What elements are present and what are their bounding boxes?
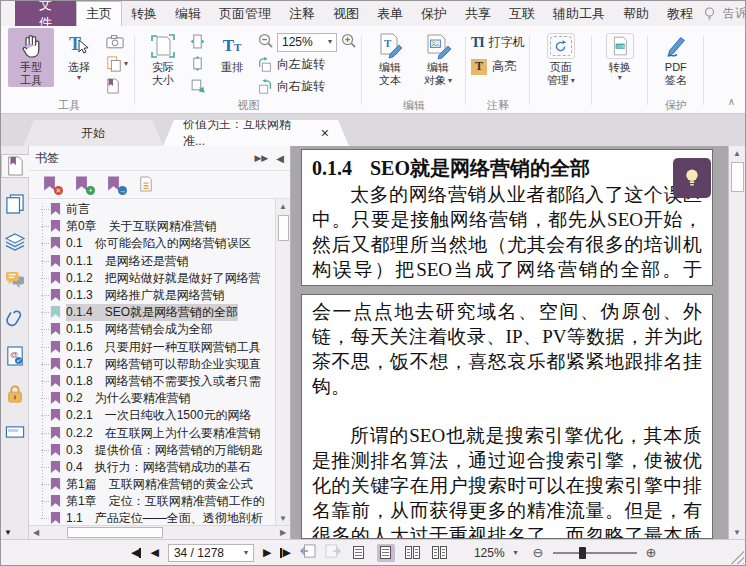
convert-button[interactable]: OCR 转换 ▾: [597, 28, 643, 82]
layers-icon[interactable]: [3, 230, 27, 254]
zoom-level-combo[interactable]: 125% ▾: [277, 33, 337, 52]
page-number-combo[interactable]: 34 / 1278 ▾: [168, 544, 254, 562]
bookmarks-hscroll-thumb[interactable]: [67, 527, 163, 538]
bookmarks-vertical-scrollbar[interactable]: ▲ ▼: [275, 199, 290, 525]
snapshot-camera-button[interactable]: [104, 32, 130, 51]
scroll-left-icon[interactable]: ◀: [29, 526, 43, 540]
statusbar-zoom-dropdown-icon[interactable]: ▾: [514, 549, 518, 557]
bookmarks-panel-icon[interactable]: [1, 154, 29, 178]
goto-bookmark-button[interactable]: →: [107, 176, 123, 193]
doc-scroll-down-icon[interactable]: ▼: [733, 525, 741, 539]
edit-object-dropdown-icon[interactable]: ▾: [448, 77, 452, 85]
continuous-facing-view-button[interactable]: [431, 544, 449, 562]
typewriter-button[interactable]: TI 打字机: [471, 34, 525, 51]
bookmark-item[interactable]: 0.4 执行力：网络营销成功的基石: [35, 459, 275, 476]
document-scroll-thumb[interactable]: [731, 162, 744, 192]
menu-item-2[interactable]: 编辑: [166, 1, 210, 26]
security-icon[interactable]: [3, 382, 27, 406]
fit-visible-button[interactable]: [188, 76, 207, 95]
menu-item-12[interactable]: 教程: [658, 1, 702, 26]
previous-page-button[interactable]: ◀: [150, 546, 158, 559]
bookmark-item[interactable]: 0.1.6 只要用好一种互联网营销工具: [35, 339, 275, 356]
reflow-button[interactable]: TT 重排: [209, 28, 255, 74]
tellme-label[interactable]: 告诉: [723, 5, 746, 22]
menu-item-9[interactable]: 互联: [500, 1, 544, 26]
comments-icon[interactable]: [3, 268, 27, 292]
menu-item-1[interactable]: 转换: [122, 1, 166, 26]
bookmark-item[interactable]: 0.1.7 网络营销可以帮助企业实现直: [35, 356, 275, 373]
convert-dropdown-icon[interactable]: ▾: [618, 74, 622, 82]
edit-text-button[interactable]: T 编辑 文本: [367, 28, 413, 87]
resize-grip[interactable]: [730, 550, 744, 564]
page-mgmt-dropdown-icon[interactable]: ▾: [571, 77, 575, 85]
next-page-button[interactable]: ▶: [263, 546, 271, 559]
bookmark-item[interactable]: 0.2.1 一次日纯收入1500元的网络: [35, 407, 275, 424]
bookmark-item[interactable]: 0.1.3 网络推广就是网络营销: [35, 287, 275, 304]
clipboard-paste-button[interactable]: ▾: [104, 54, 130, 73]
scroll-up-icon[interactable]: ▲: [279, 199, 287, 213]
menu-item-10[interactable]: 辅助工具: [544, 1, 614, 26]
hand-tool-button[interactable]: 手型 工具: [8, 28, 54, 87]
paste-dropdown-icon[interactable]: ▾: [124, 60, 128, 68]
attachments-icon[interactable]: [3, 306, 27, 330]
bookmark-item[interactable]: 0.1.1 是网络还是营销: [35, 253, 275, 270]
bookmark-item[interactable]: 0.1 你可能会陷入的网络营销误区: [35, 235, 275, 252]
lightbulb-tellme-icon[interactable]: [702, 6, 717, 21]
menu-item-5[interactable]: 视图: [324, 1, 368, 26]
tab-start[interactable]: 开始: [23, 120, 163, 146]
menu-item-3[interactable]: 页面管理: [210, 1, 280, 26]
more-panels-icon[interactable]: ▼: [4, 528, 12, 537]
form-fields-icon[interactable]: [3, 420, 27, 444]
scroll-right-icon[interactable]: ▶: [276, 526, 290, 540]
ribbon-collapse-icon[interactable]: ∧: [728, 96, 735, 107]
file-menu-button[interactable]: 文件: [15, 1, 76, 26]
single-page-view-button[interactable]: [350, 544, 368, 562]
pdf-sign-button[interactable]: PDF 签名: [653, 28, 699, 87]
add-bookmark-button[interactable]: +: [75, 176, 91, 193]
previous-view-button[interactable]: [300, 544, 316, 561]
fit-page-button[interactable]: [188, 54, 207, 73]
continuous-view-button[interactable]: [377, 544, 395, 562]
scroll-down-icon[interactable]: ▼: [279, 511, 287, 525]
page-management-button[interactable]: 页面 管理▾: [535, 28, 587, 87]
zoom-out-circle-button[interactable]: ⊖: [533, 545, 544, 560]
menu-item-11[interactable]: 帮助: [614, 1, 658, 26]
expand-bookmarks-button[interactable]: [139, 176, 155, 193]
last-page-button[interactable]: ▶: [280, 546, 290, 559]
page-thumbnails-icon[interactable]: [3, 192, 27, 216]
first-page-button[interactable]: ◀: [131, 546, 141, 559]
zoom-slider[interactable]: [553, 552, 637, 554]
highlight-button[interactable]: T 高亮: [471, 58, 525, 75]
document-vertical-scrollbar[interactable]: ▲ ▼: [728, 146, 745, 539]
zoom-in-circle-button[interactable]: ⊕: [646, 545, 657, 560]
fit-width-button[interactable]: [188, 32, 207, 51]
actual-size-button[interactable]: 实际 大小: [140, 28, 186, 87]
select-tool-button[interactable]: T 选择 ▾: [56, 28, 102, 82]
assistant-lightbulb-button[interactable]: [673, 158, 711, 198]
digital-signatures-icon[interactable]: @: [3, 344, 27, 368]
bookmarks-scroll-thumb[interactable]: [278, 215, 289, 241]
tab-document[interactable]: 价值为王：互联网精准... ×: [163, 120, 349, 146]
bookmark-item[interactable]: 前言: [35, 201, 275, 218]
bookmark-page-button[interactable]: [104, 76, 130, 95]
doc-scroll-up-icon[interactable]: ▲: [733, 146, 741, 160]
bookmark-item[interactable]: 0.1.2 把网站做好就是做好了网络营: [35, 270, 275, 287]
page-dropdown-icon[interactable]: ▾: [244, 549, 248, 557]
menu-item-7[interactable]: 保护: [412, 1, 456, 26]
menu-item-0[interactable]: 主页: [76, 1, 122, 26]
bookmark-item[interactable]: 1.1 产品定位——全面、透彻地剖析: [35, 510, 275, 525]
bookmarks-horizontal-scrollbar[interactable]: ◀ ▶: [29, 525, 290, 539]
delete-bookmark-button[interactable]: ✕: [43, 176, 59, 193]
bookmark-item[interactable]: 第0章 关于互联网精准营销: [35, 218, 275, 235]
menu-item-8[interactable]: 共享: [456, 1, 500, 26]
bookmark-item[interactable]: 0.1.4 SEO就是网络营销的全部: [35, 304, 275, 321]
bookmark-item[interactable]: 0.3 提供价值：网络营销的万能钥匙: [35, 442, 275, 459]
expand-panel-icon[interactable]: ▶▶: [254, 153, 268, 164]
zoom-out-icon[interactable]: [257, 32, 274, 52]
facing-view-button[interactable]: [404, 544, 422, 562]
rotate-right-button[interactable]: 向右旋转: [257, 77, 357, 96]
zoom-dropdown-icon[interactable]: ▾: [328, 38, 332, 46]
zoom-in-icon[interactable]: [340, 32, 357, 52]
bookmark-item[interactable]: 0.2.2 在互联网上为什么要精准营销: [35, 424, 275, 441]
bookmark-item[interactable]: 0.1.8 网络营销不需要投入或者只需: [35, 373, 275, 390]
